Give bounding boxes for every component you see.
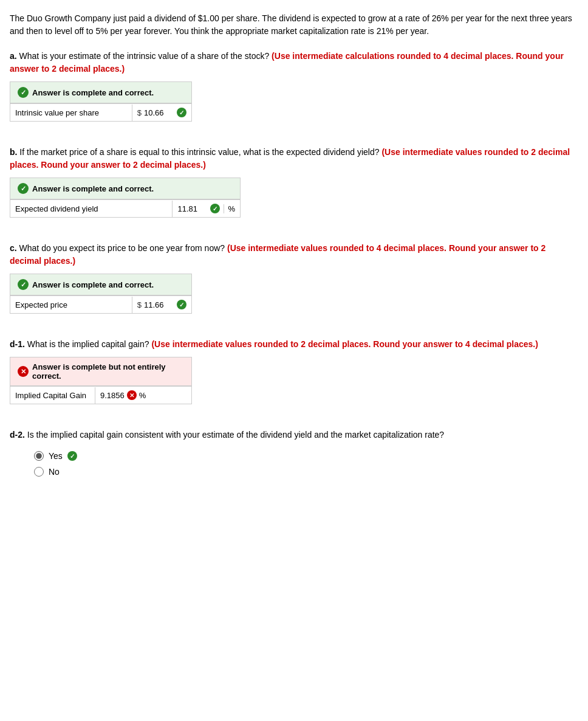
question-c-row-label: Expected price — [10, 297, 132, 313]
question-a-answer-box: ✓ Answer is complete and correct. Intrin… — [10, 81, 192, 122]
question-d1-answer-box: ✕ Answer is complete but not entirely co… — [10, 357, 192, 404]
question-b-status: ✓ Answer is complete and correct. — [10, 178, 240, 199]
question-c-text: What do you expect its price to be one y… — [19, 243, 227, 253]
x-icon-d1: ✕ — [18, 366, 29, 377]
check-icon-b: ✓ — [18, 183, 29, 194]
question-b-row: Expected dividend yield 11.81 ✓ % — [10, 199, 240, 217]
question-d1-row: Implied Capital Gain 9.1856 ✕ % — [10, 386, 191, 404]
question-b-status-text: Answer is complete and correct. — [32, 184, 154, 193]
question-d1-instruction: (Use intermediate values rounded to 2 de… — [151, 339, 538, 349]
question-c-status: ✓ Answer is complete and correct. — [10, 274, 191, 295]
question-b-value-cell: 11.81 ✓ % — [173, 200, 240, 217]
question-d1-status: ✕ Answer is complete but not entirely co… — [10, 357, 191, 386]
question-b-text: If the market price of a share is equal … — [19, 147, 381, 157]
question-d1-block: d-1. What is the implied capital gain? (… — [10, 338, 578, 404]
check-icon-b-value: ✓ — [210, 204, 220, 213]
question-d1-value-cell: 9.1856 ✕ % — [95, 387, 151, 404]
question-a-value-cell: $ 10.66 ✓ — [132, 104, 191, 121]
question-a-block: a. What is your estimate of the intrinsi… — [10, 50, 578, 122]
question-c-status-text: Answer is complete and correct. — [32, 280, 154, 289]
question-d1-row-label: Implied Capital Gain — [10, 387, 95, 404]
question-a-currency: $ — [137, 108, 142, 117]
question-a-value: 10.66 — [144, 108, 174, 117]
question-c-label: c. What do you expect its price to be on… — [10, 242, 578, 267]
question-d2-label: d-2. Is the implied capital gain consist… — [10, 429, 578, 441]
check-icon-d2-yes: ✓ — [67, 451, 77, 461]
question-d1-text: What is the implied capital gain? — [27, 339, 152, 349]
question-c-currency: $ — [137, 300, 142, 309]
question-d2-text: Is the implied capital gain consistent w… — [27, 430, 444, 440]
question-a-label: a. What is your estimate of the intrinsi… — [10, 50, 578, 75]
question-b-value: 11.81 — [177, 204, 208, 213]
question-d2-block: d-2. Is the implied capital gain consist… — [10, 429, 578, 477]
question-b-letter: b. — [10, 147, 17, 157]
radio-yes-label: Yes — [49, 451, 63, 461]
question-d1-value: 9.1856 — [100, 391, 125, 400]
question-d2-letter: d-2. — [10, 430, 25, 440]
question-b-block: b. If the market price of a share is equ… — [10, 146, 578, 218]
radio-yes-input[interactable] — [34, 451, 44, 461]
radio-yes-option[interactable]: Yes ✓ — [34, 451, 578, 461]
question-a-status: ✓ Answer is complete and correct. — [10, 82, 191, 103]
question-a-letter: a. — [10, 51, 17, 61]
question-b-unit: % — [224, 204, 235, 213]
check-icon-a-value: ✓ — [177, 108, 186, 117]
check-icon-c: ✓ — [18, 279, 29, 290]
check-icon-a: ✓ — [18, 87, 29, 98]
question-c-block: c. What do you expect its price to be on… — [10, 242, 578, 314]
radio-group-d2: Yes ✓ No — [34, 451, 578, 477]
x-icon-d1-value: ✕ — [127, 390, 137, 400]
question-a-row: Intrinsic value per share $ 10.66 ✓ — [10, 103, 191, 121]
question-b-row-label: Expected dividend yield — [10, 201, 173, 217]
question-c-value: 11.66 — [144, 300, 174, 309]
radio-no-label: No — [49, 467, 60, 477]
radio-no-option[interactable]: No — [34, 467, 578, 477]
check-icon-c-value: ✓ — [177, 300, 186, 309]
question-d1-letter: d-1. — [10, 339, 25, 349]
radio-no-input[interactable] — [34, 467, 44, 477]
question-d1-label: d-1. What is the implied capital gain? (… — [10, 338, 578, 351]
question-c-value-cell: $ 11.66 ✓ — [132, 296, 191, 313]
question-c-letter: c. — [10, 243, 17, 253]
question-a-status-text: Answer is complete and correct. — [32, 88, 154, 97]
question-c-answer-box: ✓ Answer is complete and correct. Expect… — [10, 274, 192, 314]
question-d1-status-text: Answer is complete but not entirely corr… — [32, 362, 184, 381]
question-a-row-label: Intrinsic value per share — [10, 105, 132, 121]
question-b-label: b. If the market price of a share is equ… — [10, 146, 578, 171]
question-c-row: Expected price $ 11.66 ✓ — [10, 295, 191, 313]
intro-text: The Duo Growth Company just paid a divid… — [10, 12, 578, 38]
question-d1-unit: % — [139, 391, 146, 400]
question-b-answer-box: ✓ Answer is complete and correct. Expect… — [10, 178, 241, 218]
question-a-text: What is your estimate of the intrinsic v… — [19, 51, 272, 61]
